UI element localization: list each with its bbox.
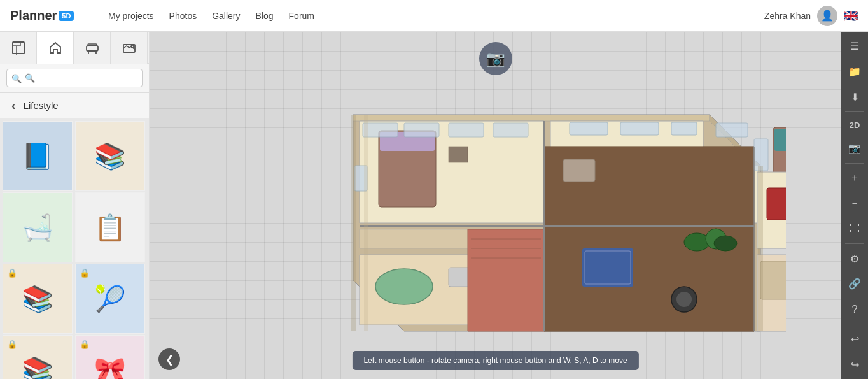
- sidebar-btn-fullscreen[interactable]: ⛶: [843, 217, 867, 241]
- sidebar-btn-zoom-in[interactable]: ＋: [843, 166, 867, 190]
- sidebar-btn-help[interactable]: ?: [843, 297, 867, 322]
- lock-icon: 🔒: [7, 340, 17, 349]
- tool-home[interactable]: [37, 32, 74, 64]
- svg-rect-23: [493, 123, 528, 137]
- nav-left-button[interactable]: ❮: [158, 348, 180, 370]
- floor-plan: [277, 64, 786, 369]
- item-cell-1[interactable]: 📚: [75, 121, 145, 191]
- svg-marker-28: [468, 229, 544, 331]
- tool-plan[interactable]: [0, 32, 37, 64]
- svg-rect-17: [570, 122, 608, 135]
- logo-badge: 5D: [59, 11, 74, 21]
- svg-rect-13: [449, 147, 468, 162]
- item-cell-4[interactable]: 🔒📚: [3, 264, 73, 334]
- item-icon-3: 📋: [94, 213, 126, 243]
- item-icon-7: 🎀: [94, 355, 126, 380]
- toolbar-row: [0, 32, 149, 64]
- item-cell-0[interactable]: 📘: [3, 121, 73, 191]
- svg-rect-39: [767, 188, 786, 220]
- right-sidebar: ☰📁⬇2D📷＋－⛶⚙🔗?↩↪: [841, 32, 868, 379]
- lock-icon: 🔒: [80, 340, 90, 349]
- sidebar-divider: [845, 324, 864, 324]
- sidebar-btn-undo[interactable]: ↩: [843, 327, 867, 351]
- sidebar-divider: [845, 111, 864, 112]
- lock-icon: 🔒: [7, 268, 17, 278]
- search-input[interactable]: [6, 69, 143, 87]
- back-arrow: ‹: [11, 98, 16, 113]
- search-box: 🔍: [0, 64, 149, 93]
- svg-rect-2: [88, 44, 97, 46]
- sidebar-divider: [845, 243, 864, 244]
- svg-point-37: [714, 236, 737, 251]
- item-icon-0: 📘: [22, 141, 53, 171]
- tool-furniture[interactable]: [74, 32, 111, 64]
- main-view: 📷: [150, 32, 841, 379]
- svg-point-35: [684, 233, 710, 251]
- nav-link-photos[interactable]: Photos: [169, 11, 197, 21]
- sidebar-btn-redo[interactable]: ↪: [843, 352, 867, 376]
- nav-link-gallery[interactable]: Gallery: [212, 11, 240, 21]
- item-cell-3[interactable]: 📋: [75, 192, 145, 262]
- sidebar-btn-download[interactable]: ⬇: [843, 85, 867, 110]
- svg-point-26: [375, 269, 433, 304]
- sidebar-divider: [845, 163, 864, 164]
- svg-rect-21: [404, 123, 439, 137]
- svg-rect-16: [774, 129, 786, 151]
- svg-rect-33: [582, 248, 633, 287]
- item-cell-5[interactable]: 🔒🎾: [75, 264, 145, 334]
- svg-rect-22: [449, 123, 484, 137]
- left-arrow-icon: ❮: [165, 354, 174, 366]
- nav-link-blog[interactable]: Blog: [256, 11, 274, 21]
- svg-rect-49: [563, 159, 595, 182]
- sidebar-btn-files[interactable]: 📁: [843, 60, 867, 84]
- search-icon: 🔍: [11, 73, 22, 83]
- item-cell-7[interactable]: 🔒🎀: [75, 335, 145, 379]
- svg-rect-41: [760, 261, 786, 299]
- nav-link-forum[interactable]: Forum: [289, 11, 314, 21]
- left-sidebar: 🔍 ‹ Lifestyle 📘📚🛁📋🔒📚🔒🎾🔒📚🔒🎀: [0, 32, 150, 379]
- top-nav: Planner 5D My projectsPhotosGalleryBlogF…: [0, 0, 868, 32]
- user-area: Zehra Khan 👤 🇬🇧: [764, 6, 868, 26]
- item-icon-1: 📚: [94, 141, 126, 171]
- screenshot-button[interactable]: 📷: [479, 42, 512, 75]
- item-icon-5: 🎾: [94, 284, 126, 314]
- svg-rect-44: [716, 123, 748, 137]
- items-grid: 📘📚🛁📋🔒📚🔒🎾🔒📚🔒🎀: [0, 118, 149, 379]
- sidebar-btn-menu[interactable]: ☰: [843, 34, 867, 59]
- item-icon-4: 📚: [22, 284, 53, 314]
- item-cell-6[interactable]: 🔒📚: [3, 335, 73, 379]
- sidebar-btn-camera[interactable]: 📷: [843, 136, 867, 161]
- svg-rect-20: [363, 123, 398, 137]
- category-name: Lifestyle: [24, 100, 59, 111]
- svg-rect-0: [13, 42, 24, 54]
- avatar: 👤: [817, 6, 837, 26]
- nav-links: My projectsPhotosGalleryBlogForum: [108, 11, 764, 21]
- sidebar-btn-zoom-out[interactable]: －: [843, 192, 867, 216]
- category-header[interactable]: ‹ Lifestyle: [0, 93, 149, 118]
- item-icon-6: 📚: [22, 355, 53, 380]
- tool-scene[interactable]: [111, 32, 148, 64]
- svg-rect-19: [671, 122, 697, 135]
- svg-marker-8: [353, 115, 710, 121]
- item-cell-2[interactable]: 🛁: [3, 192, 73, 262]
- logo-text: Planner: [10, 8, 57, 23]
- svg-rect-18: [620, 122, 659, 135]
- sidebar-btn-settings[interactable]: ⚙: [843, 247, 867, 271]
- svg-point-6: [131, 45, 134, 48]
- flag-icon: 🇬🇧: [844, 9, 858, 23]
- user-name: Zehra Khan: [764, 11, 811, 21]
- lock-icon: 🔒: [80, 268, 90, 278]
- svg-point-48: [676, 292, 692, 307]
- logo-area: Planner 5D: [0, 8, 108, 23]
- sidebar-btn-share[interactable]: 🔗: [843, 272, 867, 296]
- nav-link-my-projects[interactable]: My projects: [108, 11, 154, 21]
- item-icon-2: 🛁: [22, 213, 53, 243]
- svg-rect-1: [87, 46, 98, 51]
- sidebar-btn-2d[interactable]: 2D: [843, 115, 867, 135]
